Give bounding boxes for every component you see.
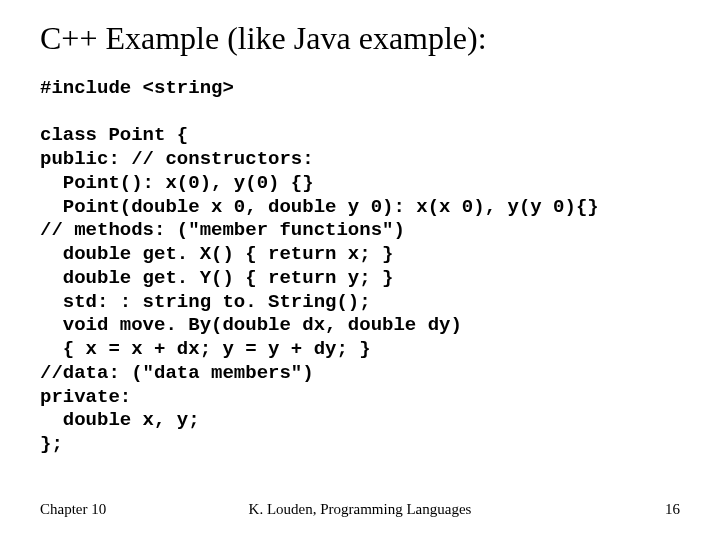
slide-title: C++ Example (like Java example): [40, 20, 680, 57]
slide: C++ Example (like Java example): #includ… [0, 0, 720, 540]
footer-page-number: 16 [665, 501, 680, 518]
code-block: #include <string> class Point { public: … [40, 77, 680, 457]
footer-chapter: Chapter 10 [40, 501, 106, 518]
footer-author: K. Louden, Programming Languages [40, 501, 680, 518]
footer: Chapter 10 K. Louden, Programming Langua… [40, 501, 680, 518]
